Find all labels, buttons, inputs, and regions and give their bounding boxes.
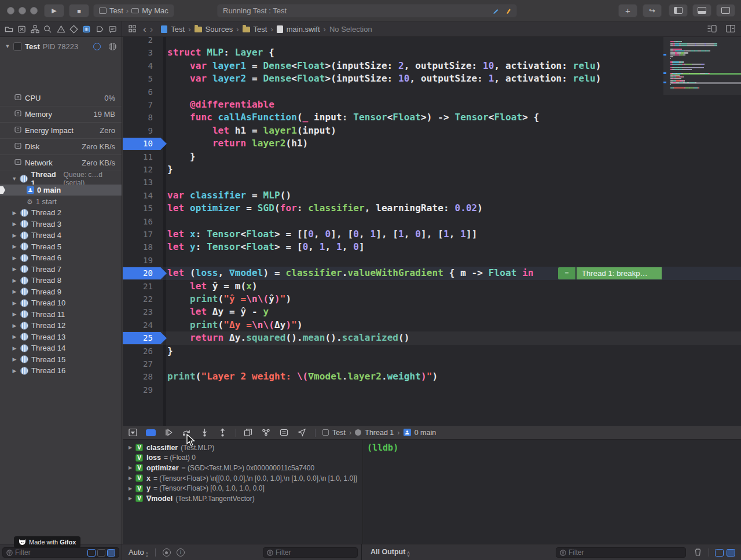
variables-view[interactable]: ▶Vclassifier(Test.MLP)Vloss= (Float) 0▶V… (123, 440, 362, 544)
line-number[interactable]: 7 (123, 98, 153, 111)
disclosure-triangle-icon[interactable]: ▶ (12, 278, 17, 283)
view-process-by-thread-icon[interactable] (109, 43, 116, 50)
scheme-selector[interactable]: Test › My Mac (93, 4, 174, 17)
line-number[interactable]: 24 (123, 319, 153, 331)
breadcrumb-target[interactable]: Test (171, 25, 185, 34)
gauge-row-network[interactable]: NetworkZero KB/s (0, 155, 122, 171)
line-number[interactable]: 10 (123, 137, 153, 150)
continue-icon[interactable] (164, 428, 174, 437)
variable-row[interactable]: ▶V∇model(Test.MLP.TangentVector) (123, 493, 362, 504)
back-button[interactable]: ‹ (143, 24, 146, 35)
disclosure-triangle-icon[interactable]: ▶ (129, 486, 135, 491)
breakpoint-navigator-icon[interactable] (95, 24, 105, 34)
thread-row[interactable]: ▶Thread 3 (0, 219, 122, 230)
related-items-icon[interactable] (129, 25, 136, 34)
thread-row[interactable]: ▶Thread 5 (0, 241, 122, 252)
profile-in-instruments-icon[interactable] (93, 43, 101, 50)
line-number[interactable]: 16 (123, 215, 153, 228)
breadcrumb-selection[interactable]: No Selection (329, 25, 372, 34)
console-panel-toggle-right[interactable] (727, 549, 735, 557)
debug-jump-target[interactable]: Test (332, 429, 346, 437)
thread-row[interactable]: ▶Thread 9 (0, 286, 122, 297)
zoom-window-button[interactable] (30, 7, 38, 14)
show-interesting-toggle-icon[interactable] (107, 549, 115, 557)
stop-button[interactable]: ■ (69, 4, 89, 17)
source-control-navigator-icon[interactable] (17, 24, 27, 34)
disclosure-triangle-icon[interactable]: ▶ (12, 244, 17, 249)
line-number[interactable]: 28 (123, 370, 153, 383)
toggle-inspector-button[interactable] (716, 4, 735, 17)
line-number[interactable]: 26 (123, 345, 153, 358)
toggle-navigator-button[interactable] (669, 4, 688, 17)
line-number[interactable]: 20 (123, 267, 153, 279)
report-navigator-icon[interactable] (108, 24, 118, 34)
debug-navigator-icon[interactable] (82, 24, 91, 34)
console-panel-toggle-left[interactable] (715, 549, 724, 557)
variable-row[interactable]: ▶Vy= (Tensor<Float>) [0.0, 1.0, 1.0, 0.0… (123, 483, 362, 493)
disclosure-triangle-icon[interactable]: ▶ (12, 233, 17, 238)
line-number[interactable]: 19 (123, 254, 153, 267)
variable-row[interactable]: ▶Vclassifier(Test.MLP) (123, 443, 362, 453)
thread-row[interactable]: ▶Thread 12 (0, 320, 122, 331)
line-number[interactable]: 22 (123, 293, 153, 305)
disclosure-triangle-icon[interactable]: ▶ (12, 345, 17, 351)
run-button[interactable]: ▶ (44, 4, 64, 17)
quick-look-icon[interactable] (163, 548, 171, 557)
disclosure-triangle-icon[interactable]: ▶ (129, 476, 135, 481)
disclosure-triangle-icon[interactable]: ▶ (129, 496, 135, 501)
pencil-status-icon[interactable] (493, 8, 498, 14)
gauge-row-cpu[interactable]: CPU0% (0, 90, 122, 106)
line-number[interactable]: 27 (123, 358, 153, 370)
console-filter-field[interactable]: Filter (556, 547, 686, 558)
thread-row[interactable]: ▶Thread 13 (0, 331, 122, 342)
line-number[interactable]: 14 (123, 189, 153, 202)
line-number[interactable]: 17 (123, 228, 153, 241)
line-number[interactable]: 21 (123, 280, 153, 293)
environment-overrides-icon[interactable] (279, 428, 289, 437)
console-scope-select[interactable]: All Output˄˅ (370, 548, 410, 557)
toggle-debug-area-button[interactable] (692, 4, 711, 17)
line-number[interactable]: 6 (123, 86, 153, 98)
line-number[interactable]: 4 (123, 60, 153, 72)
step-into-icon[interactable] (200, 428, 210, 437)
disclosure-triangle-icon[interactable]: ▼ (5, 43, 10, 49)
disclosure-triangle-icon[interactable]: ▼ (12, 176, 17, 182)
disclosure-triangle-icon[interactable]: ▶ (12, 255, 17, 261)
thread-row[interactable]: ▶Thread 16 (0, 365, 122, 376)
breadcrumb-group[interactable]: Test (254, 25, 267, 34)
disclosure-triangle-icon[interactable]: ▶ (12, 221, 17, 227)
thread-row[interactable]: ▶Thread 7 (0, 264, 122, 275)
disclosure-triangle-icon[interactable]: ▶ (12, 323, 17, 329)
view-hierarchy-icon[interactable] (243, 428, 253, 437)
breakpoints-toggle-icon[interactable] (146, 428, 156, 437)
line-number[interactable]: 18 (123, 241, 153, 253)
show-running-toggle-icon[interactable] (87, 549, 96, 557)
stack-frame-row[interactable]: 0 main (0, 185, 122, 196)
thread-row[interactable]: ▶Thread 14 (0, 342, 122, 353)
disclosure-triangle-icon[interactable]: ▶ (12, 368, 17, 374)
variables-scope-select[interactable]: Auto˄˅ (129, 548, 148, 558)
disclosure-triangle-icon[interactable]: ▶ (129, 465, 135, 470)
project-navigator-icon[interactable] (4, 24, 14, 34)
line-number[interactable]: 11 (123, 150, 153, 163)
variables-filter-field[interactable]: Filter (263, 547, 358, 558)
simulate-location-icon[interactable] (297, 428, 307, 437)
thread-row[interactable]: ▶Thread 4 (0, 230, 122, 241)
process-row[interactable]: ▼TestPID 78223 (0, 40, 122, 52)
source-editor[interactable]: 23struct MLP: Layer {4 var layer1 = Dens… (123, 37, 741, 426)
step-out-icon[interactable] (218, 428, 228, 437)
brush-status-icon[interactable] (505, 8, 511, 14)
debug-jump-thread[interactable]: Thread 1 (365, 429, 394, 437)
line-number[interactable]: 2 (123, 37, 153, 46)
hide-debug-area-icon[interactable] (128, 428, 138, 437)
print-description-icon[interactable]: i (177, 548, 185, 557)
disclosure-triangle-icon[interactable]: ▶ (12, 210, 17, 216)
show-stack-frames-toggle-icon[interactable] (97, 549, 105, 557)
disclosure-triangle-icon[interactable]: ▶ (12, 266, 17, 272)
line-number[interactable]: 23 (123, 305, 153, 318)
line-number[interactable]: 8 (123, 111, 153, 124)
variable-row[interactable]: ▶Vx= (Tensor<Float>) \n[[0.0, 0.0],\n [0… (123, 473, 362, 484)
add-editor-icon[interactable] (726, 25, 735, 34)
disclosure-triangle-icon[interactable]: ▶ (129, 445, 135, 450)
line-number[interactable]: 29 (123, 384, 153, 396)
